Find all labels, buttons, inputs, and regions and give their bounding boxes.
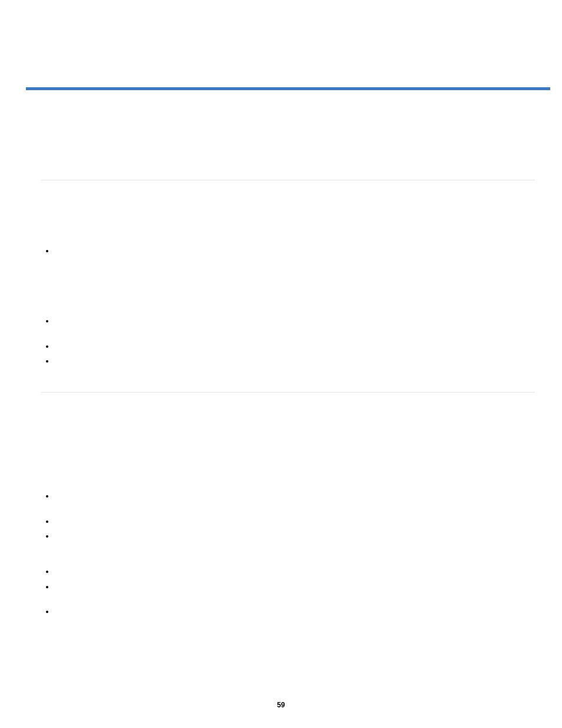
bullet-icon [46, 495, 48, 498]
page-number: 59 [0, 701, 562, 709]
bullet-icon [46, 571, 48, 573]
bullet-icon [46, 345, 48, 348]
section-divider [41, 180, 535, 180]
document-page: 59 [0, 0, 562, 728]
section-divider [41, 392, 535, 393]
bullet-icon [46, 611, 48, 613]
bullet-icon [46, 320, 48, 322]
bullet-icon [46, 535, 48, 538]
bullet-icon [46, 586, 48, 588]
top-rule [26, 87, 550, 90]
bullet-icon [46, 360, 48, 363]
bullet-icon [46, 250, 48, 252]
bullet-icon [46, 521, 48, 523]
